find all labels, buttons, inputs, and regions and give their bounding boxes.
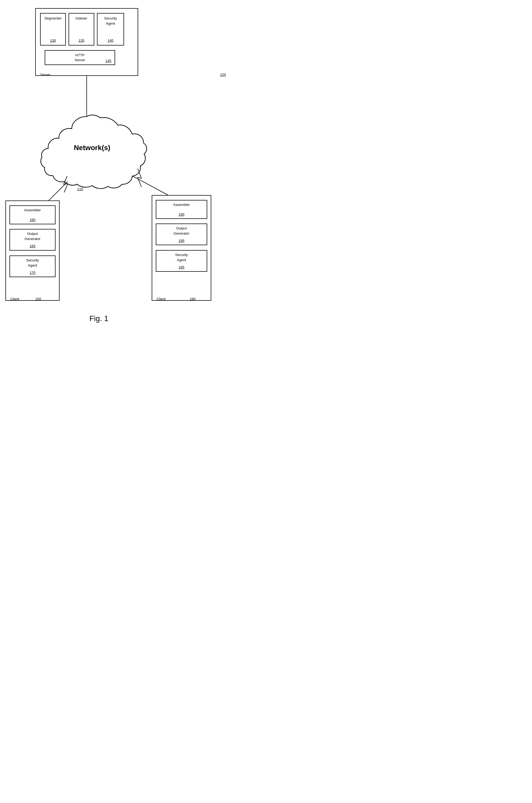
security-agent-185-box: SecurityAgent 185 <box>156 250 207 272</box>
assembler-190-ref: 190 <box>178 212 185 216</box>
output-gen-165-ref: 165 <box>30 244 36 248</box>
svg-line-2 <box>133 176 168 195</box>
http-server-ref: 145 <box>106 59 111 63</box>
client-150-ref: 150 <box>35 297 41 301</box>
network-ref: 110 <box>77 187 83 191</box>
assembler-160-ref: 160 <box>30 218 36 222</box>
network-label: Network(s) <box>54 144 130 152</box>
client-150-label: Client <box>10 297 19 301</box>
security-agent-170-box: SecurityAgent 170 <box>10 255 56 277</box>
http-server-box: HTTPServer 145 <box>45 50 115 65</box>
segmenter-ref: 130 <box>50 38 56 42</box>
output-gen-165-box: OutputGenerator 165 <box>10 229 56 251</box>
segmenter-label: Segmenter <box>44 16 62 20</box>
indexer-box: Indexer 135 <box>69 13 94 45</box>
diagram: Segmenter 130 Indexer 135 SecurityAgent … <box>0 0 266 402</box>
security-agent-185-label: SecurityAgent <box>175 253 188 262</box>
indexer-ref: 135 <box>79 38 84 42</box>
assembler-190-label: Assembler <box>173 203 190 207</box>
server-ref: 120 <box>220 73 226 77</box>
output-gen-165-label: OutputGenerator <box>25 232 41 241</box>
assembler-190-box: Assembler 190 <box>156 200 207 219</box>
security-agent-185-ref: 185 <box>178 265 185 269</box>
security-agent-140-ref: 140 <box>108 38 114 42</box>
client-180-label: Client <box>156 297 166 301</box>
output-gen-195-label: OutputGenerator <box>174 226 190 235</box>
security-agent-170-label: SecurityAgent <box>26 258 39 267</box>
output-gen-195-box: OutputGenerator 195 <box>156 224 207 245</box>
security-agent-140-box: SecurityAgent 140 <box>97 13 124 45</box>
assembler-160-box: Assembler 160 <box>10 205 56 224</box>
svg-line-1 <box>49 181 68 200</box>
security-agent-140-label: SecurityAgent <box>104 16 117 25</box>
output-gen-195-ref: 195 <box>178 239 185 243</box>
indexer-label: Indexer <box>76 16 87 20</box>
assembler-160-label: Assembler <box>24 208 41 212</box>
client-180-ref: 180 <box>190 297 195 301</box>
http-server-label: HTTPServer <box>75 53 85 62</box>
security-agent-170-ref: 170 <box>30 271 36 275</box>
figure-label: Fig. 1 <box>89 314 108 323</box>
server-label: Server <box>40 73 50 77</box>
segmenter-box: Segmenter 130 <box>40 13 66 45</box>
